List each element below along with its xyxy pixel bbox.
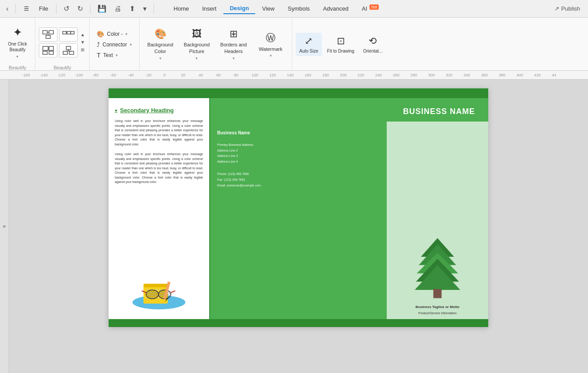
publish-icon: ↗ [554, 5, 559, 12]
svg-rect-5 [63, 31, 66, 34]
connector-icon: ⤴ [97, 41, 100, 48]
svg-rect-13 [43, 51, 47, 54]
shape-button-1[interactable] [39, 27, 57, 42]
beautify-dropdown-arrow: ▾ [16, 54, 19, 59]
svg-point-28 [146, 290, 158, 299]
shape-button-4[interactable] [59, 43, 78, 57]
auto-size-button[interactable]: ⤢ Auto Size [296, 33, 322, 56]
file-menu-button[interactable]: File [35, 4, 52, 14]
auto-size-icon: ⤢ [305, 35, 313, 47]
svg-line-19 [65, 51, 68, 51]
text-button[interactable]: T Text ▾ [93, 50, 135, 61]
text-dropdown-arrow: ▾ [116, 53, 118, 57]
undo-button[interactable]: ↺ [61, 3, 72, 15]
color-dropdown-arrow: ▾ [125, 32, 128, 36]
tagline-text: Business Tagline or Motto [415, 305, 459, 309]
watermark-icon: Ⓦ [266, 31, 275, 45]
tree-svg [411, 236, 464, 302]
secondary-heading: Secondary Heading [115, 107, 203, 114]
orientation-button[interactable]: ⟲ Orientat... [360, 33, 386, 56]
svg-line-32 [171, 291, 175, 293]
doc-bottom-bar [109, 319, 488, 327]
info-business-name: Business Name [217, 130, 380, 135]
background-color-button[interactable]: 🎨 BackgroundColor ▾ [143, 26, 178, 63]
bg-picture-icon: 🖼 [192, 28, 202, 40]
doc-paragraph-1: Using color well in your brochure enhanc… [115, 119, 203, 147]
back-button[interactable]: ‹ [4, 3, 11, 15]
svg-rect-1 [49, 30, 53, 34]
expand-button[interactable]: ⊞ [79, 46, 86, 53]
bg-picture-dropdown: ▾ [196, 56, 198, 61]
share-button[interactable]: ⬆ [127, 3, 138, 15]
info-contact: Phone: (123) 456-7890 Fax: (123) 456-789… [217, 171, 380, 188]
ai-hot-badge: hot [369, 4, 379, 10]
divider-4 [154, 4, 154, 14]
watermark-dropdown: ▾ [270, 53, 272, 58]
svg-rect-23 [143, 284, 168, 287]
ruler-marks: -160 -140 -120 -100 -80 -60 -40 -20 0 20… [22, 71, 588, 79]
horizontal-ruler: -160 -140 -120 -100 -80 -60 -40 -20 0 20… [0, 71, 588, 80]
svg-rect-15 [66, 46, 71, 49]
sidebar-toggle-button[interactable]: » [0, 80, 9, 373]
titlebar: ‹ ☰ File ↺ ↻ 💾 🖨 ⬆ ▾ Home Insert Design … [0, 0, 588, 18]
main-area: » Secondary Heading Using color well in … [0, 80, 588, 373]
tab-ai[interactable]: AI hot [355, 3, 384, 14]
doc-top-bar [109, 88, 488, 98]
fit-to-drawing-button[interactable]: ⊡ Fit to Drawing [324, 33, 358, 56]
notepad-glasses-svg [130, 275, 188, 310]
tab-bar: Home Insert Design View Symbols Advanced… [167, 3, 385, 14]
svg-line-20 [68, 51, 72, 51]
bg-color-dropdown: ▾ [159, 56, 162, 61]
tab-view[interactable]: View [256, 3, 281, 14]
one-click-beautify-button[interactable]: ✦ One ClickBeautify ▾ [4, 22, 31, 62]
redo-button[interactable]: ↻ [75, 3, 86, 15]
color-connector-group: 🎨 Color - ▾ ⤴ Connector ▾ T Text ▾ [90, 18, 139, 70]
canvas-area[interactable]: Secondary Heading Using color well in yo… [9, 80, 588, 373]
svg-rect-17 [63, 51, 68, 54]
divider-2 [56, 4, 57, 14]
shape-button-3[interactable] [39, 43, 57, 57]
divider-3 [90, 4, 90, 14]
save-button[interactable]: 💾 [95, 3, 109, 15]
more-button[interactable]: ▾ [140, 3, 149, 15]
right-image-area: Business Tagline or Motto Product/Servic… [387, 122, 488, 319]
svg-rect-6 [67, 31, 71, 34]
one-click-beautify-group: ✦ One ClickBeautify ▾ Beautify [0, 18, 35, 70]
svg-rect-10 [43, 46, 48, 50]
svg-rect-40 [433, 289, 442, 298]
svg-rect-7 [71, 31, 74, 34]
background-picture-button[interactable]: 🖼 BackgroundPicture ▾ [179, 26, 214, 63]
business-name-label: BUSINESS NAME [403, 107, 475, 116]
illustration-area [115, 275, 203, 310]
doc-paragraph-2: Using color well in your brochure enhanc… [115, 152, 203, 185]
tab-symbols[interactable]: Symbols [282, 3, 316, 14]
watermark-button[interactable]: Ⓦ Watermark ▾ [253, 29, 288, 61]
hamburger-menu-button[interactable]: ☰ [20, 4, 33, 14]
info-address: Primary Business Address Address Line 2 … [217, 142, 380, 164]
right-contact-info: Business Name Primary Business Address A… [210, 122, 387, 319]
divider-1 [15, 4, 16, 14]
doc-left-panel: Secondary Heading Using color well in yo… [109, 98, 210, 319]
document-preview: Secondary Heading Using color well in yo… [109, 88, 488, 327]
shape-button-2[interactable] [59, 27, 78, 42]
borders-headers-button[interactable]: ⊞ Borders andHeaders ▾ [216, 26, 251, 63]
scroll-up-button[interactable]: ▲ [79, 31, 86, 38]
shape-buttons [39, 27, 78, 57]
connector-button[interactable]: ⤴ Connector ▾ [93, 39, 135, 50]
one-click-beautify-label: One ClickBeautify [8, 41, 27, 53]
orientation-icon: ⟲ [369, 35, 377, 47]
tab-insert[interactable]: Insert [196, 3, 223, 14]
print-button[interactable]: 🖨 [112, 3, 124, 15]
scroll-down-button[interactable]: ▼ [79, 39, 86, 46]
borders-icon: ⊞ [230, 28, 237, 40]
tab-home[interactable]: Home [167, 3, 195, 14]
publish-button[interactable]: ↗ Publish [550, 4, 584, 14]
tab-advanced[interactable]: Advanced [317, 3, 355, 14]
tab-design[interactable]: Design [223, 3, 255, 14]
scroll-buttons: ▲ ▼ ⊞ [79, 31, 86, 53]
connector-dropdown-arrow: ▾ [130, 42, 132, 47]
color-button[interactable]: 🎨 Color - ▾ [93, 29, 135, 39]
right-mid-section: Business Name Primary Business Address A… [210, 122, 488, 319]
svg-rect-18 [69, 51, 74, 54]
page-group: ⤢ Auto Size ⊡ Fit to Drawing ⟲ Orientat.… [292, 18, 389, 70]
